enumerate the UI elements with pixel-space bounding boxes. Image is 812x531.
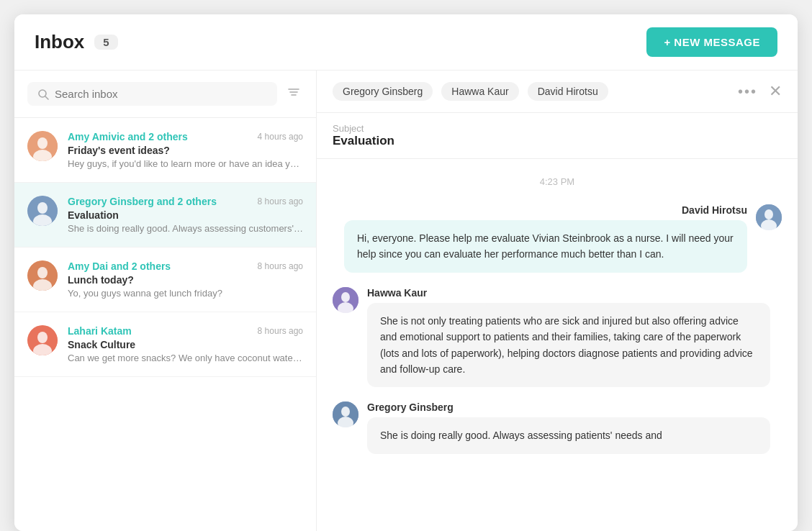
message-group: David Hirotsu Hi, everyone. Please help … xyxy=(333,204,782,273)
conv-header-row: Amy Amivic and 2 others 4 hours ago xyxy=(68,131,303,142)
app-container: Inbox 5 + NEW MESSAGE xyxy=(14,14,798,531)
recipient-tag-1[interactable]: Gregory Ginsberg xyxy=(333,82,433,101)
close-button[interactable]: ✕ xyxy=(769,82,782,101)
header-left: Inbox 5 xyxy=(35,31,118,53)
avatar xyxy=(756,204,782,230)
conv-subject: Lunch today? xyxy=(68,274,303,286)
message-sender: Hawwa Kaur xyxy=(367,287,782,299)
conv-sender: Gregory Ginsberg and 2 others xyxy=(68,196,217,207)
conv-header-row: Amy Dai and 2 others 8 hours ago xyxy=(68,260,303,272)
conv-subject: Snack Culture xyxy=(68,339,303,350)
message-bubble: Hi, everyone. Please help me evaluate Vi… xyxy=(344,220,747,273)
main-content: Amy Amivic and 2 others 4 hours ago Frid… xyxy=(14,71,798,531)
message-group: Hawwa Kaur She is not only treating pati… xyxy=(333,287,782,388)
avatar xyxy=(27,325,58,355)
subject-row: Subject Evaluation xyxy=(317,113,798,159)
message-sender: Gregory Ginsberg xyxy=(367,401,782,413)
message-bubble: She is doing really good. Always assessi… xyxy=(367,417,770,453)
more-options-button[interactable]: ••• xyxy=(738,83,757,100)
conv-subject: Evaluation xyxy=(68,209,303,221)
panel-actions: ••• ✕ xyxy=(738,82,782,101)
conversation-body: Lahari Katam 8 hours ago Snack Culture C… xyxy=(68,325,303,363)
conv-sender: Amy Dai and 2 others xyxy=(68,260,171,272)
conv-header-row: Lahari Katam 8 hours ago xyxy=(68,325,303,337)
message-content: Gregory Ginsberg She is doing really goo… xyxy=(367,401,782,453)
svg-line-1 xyxy=(45,96,48,99)
svg-point-21 xyxy=(341,292,350,302)
conv-preview: Yo, you guys wanna get lunch friday? xyxy=(68,288,303,299)
message-panel: Gregory Ginsberg Hawwa Kaur David Hirots… xyxy=(317,71,798,531)
conversation-item[interactable]: Gregory Ginsberg and 2 others 8 hours ag… xyxy=(14,183,316,248)
recipient-tag-2[interactable]: Hawwa Kaur xyxy=(441,82,518,101)
search-input[interactable] xyxy=(55,88,267,100)
sidebar: Amy Amivic and 2 others 4 hours ago Frid… xyxy=(14,71,317,531)
conversation-item[interactable]: Amy Amivic and 2 others 4 hours ago Frid… xyxy=(14,118,316,183)
search-input-wrap[interactable] xyxy=(27,82,277,106)
message-panel-header: Gregory Ginsberg Hawwa Kaur David Hirots… xyxy=(317,71,798,113)
conv-time: 4 hours ago xyxy=(258,132,303,142)
conv-preview: Can we get more snacks? We only have coc… xyxy=(68,353,303,363)
conversation-body: Amy Amivic and 2 others 4 hours ago Frid… xyxy=(68,131,303,169)
conv-header-row: Gregory Ginsberg and 2 others 8 hours ag… xyxy=(68,196,303,207)
svg-point-9 xyxy=(37,202,48,214)
conv-preview: She is doing really good. Always assessi… xyxy=(68,223,303,234)
messages-area: 4:23 PM David Hirotsu Hi, everyone. Plea… xyxy=(317,159,798,531)
conversation-item[interactable]: Lahari Katam 8 hours ago Snack Culture C… xyxy=(14,312,316,377)
subject-value: Evaluation xyxy=(333,134,782,148)
subject-label: Subject xyxy=(333,123,782,134)
conv-subject: Friday's event ideas? xyxy=(68,145,303,156)
message-timestamp: 4:23 PM xyxy=(333,176,782,187)
filter-icon[interactable] xyxy=(284,83,303,105)
conv-sender: Amy Amivic and 2 others xyxy=(68,131,188,142)
search-bar xyxy=(14,71,316,118)
inbox-badge: 5 xyxy=(94,35,117,50)
avatar xyxy=(333,401,358,427)
svg-point-12 xyxy=(37,267,48,278)
conv-preview: Hey guys, if you'd like to learn more or… xyxy=(68,158,303,169)
message-sender: David Hirotsu xyxy=(333,204,747,216)
conv-time: 8 hours ago xyxy=(258,261,303,271)
svg-point-15 xyxy=(37,332,48,343)
recipient-tag-3[interactable]: David Hirotsu xyxy=(528,82,608,101)
page-title: Inbox xyxy=(35,31,84,53)
message-content: Hawwa Kaur She is not only treating pati… xyxy=(367,287,782,388)
message-bubble: She is not only treating patients who ar… xyxy=(367,303,770,388)
conversation-item[interactable]: Amy Dai and 2 others 8 hours ago Lunch t… xyxy=(14,248,316,312)
conv-sender: Lahari Katam xyxy=(68,325,132,337)
message-group: Gregory Ginsberg She is doing really goo… xyxy=(333,401,782,453)
conversation-list: Amy Amivic and 2 others 4 hours ago Frid… xyxy=(14,118,316,531)
search-icon xyxy=(37,88,49,100)
conv-time: 8 hours ago xyxy=(258,196,303,206)
app-header: Inbox 5 + NEW MESSAGE xyxy=(14,14,798,71)
conversation-body: Amy Dai and 2 others 8 hours ago Lunch t… xyxy=(68,260,303,299)
avatar xyxy=(27,196,58,226)
svg-point-24 xyxy=(341,407,350,417)
avatar xyxy=(27,131,58,161)
message-content: David Hirotsu Hi, everyone. Please help … xyxy=(333,204,747,273)
new-message-button[interactable]: + NEW MESSAGE xyxy=(646,27,777,57)
svg-point-6 xyxy=(37,137,48,149)
conv-time: 8 hours ago xyxy=(258,326,303,336)
avatar xyxy=(333,287,358,313)
conversation-body: Gregory Ginsberg and 2 others 8 hours ag… xyxy=(68,196,303,234)
svg-point-18 xyxy=(764,209,773,219)
avatar xyxy=(27,260,58,291)
